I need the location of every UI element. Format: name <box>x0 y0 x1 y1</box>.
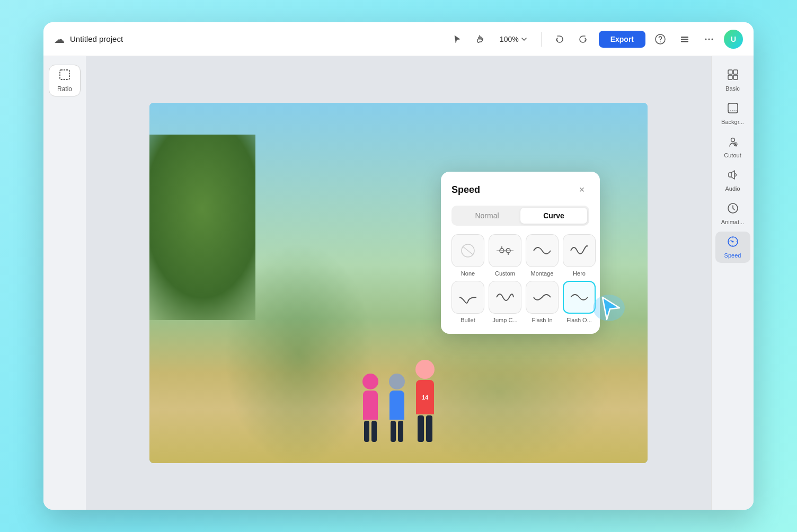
svg-point-5 <box>705 38 707 40</box>
bullet-label: Bullet <box>461 317 475 323</box>
speed-label: Speed <box>724 252 741 259</box>
sidebar-item-background[interactable]: Backgr... <box>715 98 750 129</box>
svg-rect-3 <box>681 39 688 40</box>
background-label: Backgr... <box>721 119 744 125</box>
speed-icon <box>727 236 739 250</box>
custom-icon-box <box>489 234 521 267</box>
svg-rect-20 <box>728 75 732 79</box>
help-button[interactable] <box>651 30 670 49</box>
cursor-arrow <box>588 287 625 326</box>
canvas-area: 14 Speed × Normal Curve <box>86 56 711 510</box>
runner-1 <box>362 374 378 442</box>
hero-label: Hero <box>573 270 586 277</box>
svg-rect-8 <box>60 70 69 79</box>
hero-icon-box <box>563 234 596 267</box>
speed-item-bullet[interactable]: Bullet <box>451 281 484 323</box>
custom-label: Custom <box>495 270 515 277</box>
speed-popup: Speed × Normal Curve <box>441 172 600 334</box>
close-button[interactable]: × <box>574 182 589 197</box>
audio-icon <box>727 169 739 183</box>
speed-item-hero[interactable]: Hero <box>563 234 596 277</box>
svg-rect-2 <box>681 37 688 38</box>
undo-button[interactable] <box>550 30 569 49</box>
speed-grid: None <box>451 234 589 323</box>
hand-tool-button[interactable] <box>471 30 490 49</box>
speed-item-flash-in[interactable]: Flash In <box>526 281 559 323</box>
svg-rect-21 <box>733 75 738 79</box>
zoom-button[interactable]: 100% <box>494 32 533 47</box>
animation-label: Animat... <box>721 219 744 225</box>
main-runner: 14 <box>415 360 435 442</box>
cloud-icon: ☁ <box>54 33 65 46</box>
app-window: ☁ Untitled project 100% <box>43 22 754 510</box>
popup-title: Speed <box>451 184 480 196</box>
none-label: None <box>461 270 475 277</box>
flash-in-icon-box <box>526 281 559 314</box>
svg-rect-18 <box>728 70 732 74</box>
bullet-icon-box <box>451 281 484 314</box>
header-center: 100% <box>448 30 592 49</box>
main-area: Ratio <box>43 56 754 510</box>
svg-point-6 <box>709 38 710 40</box>
tab-normal[interactable]: Normal <box>454 208 520 224</box>
redo-button[interactable] <box>573 30 592 49</box>
speed-item-montage[interactable]: Montage <box>526 234 559 277</box>
cutout-icon <box>727 136 739 150</box>
project-title: Untitled project <box>70 34 123 43</box>
flash-in-label: Flash In <box>532 317 552 323</box>
divider <box>541 32 542 47</box>
svg-point-1 <box>660 41 661 42</box>
cutout-label: Cutout <box>724 152 741 158</box>
svg-rect-19 <box>733 70 738 74</box>
sidebar-item-audio[interactable]: Audio <box>715 165 750 196</box>
right-sidebar: Basic Backgr... <box>711 56 754 510</box>
svg-point-28 <box>732 241 733 243</box>
svg-rect-22 <box>728 103 738 113</box>
none-icon-box <box>451 234 484 267</box>
speed-item-none[interactable]: None <box>451 234 484 277</box>
sidebar-item-animation[interactable]: Animat... <box>715 198 750 229</box>
popup-header: Speed × <box>451 182 589 197</box>
speed-item-custom[interactable]: Custom <box>489 234 521 277</box>
montage-label: Montage <box>531 270 554 277</box>
left-toolbar: Ratio <box>43 56 86 510</box>
canvas-image: 14 Speed × Normal Curve <box>149 103 648 463</box>
jump-cut-icon-box <box>489 281 521 314</box>
select-tool-button[interactable] <box>448 30 467 49</box>
sidebar-item-basic[interactable]: Basic <box>715 65 750 96</box>
runner-2 <box>389 374 405 442</box>
header-right: Export <box>599 30 743 49</box>
basic-label: Basic <box>725 85 740 92</box>
jump-cut-label: Jump C... <box>492 317 517 323</box>
animation-icon <box>727 202 739 217</box>
more-button[interactable] <box>699 30 719 49</box>
runners-area: 14 <box>149 360 648 442</box>
export-button[interactable]: Export <box>599 31 645 48</box>
speed-item-jump-cut[interactable]: Jump C... <box>489 281 521 323</box>
grid-icon <box>727 69 739 83</box>
background-icon <box>727 102 739 117</box>
audio-label: Audio <box>725 185 740 192</box>
avatar: U <box>724 30 743 49</box>
montage-icon-box <box>526 234 559 267</box>
tab-curve[interactable]: Curve <box>520 208 587 224</box>
sidebar-item-speed[interactable]: Speed <box>715 232 750 263</box>
svg-rect-4 <box>681 41 688 42</box>
tree-left <box>149 135 255 320</box>
ratio-button[interactable]: Ratio <box>49 65 81 96</box>
header-left: ☁ Untitled project <box>54 33 441 46</box>
speed-item-flash-out[interactable]: Flash O... <box>563 281 596 323</box>
svg-point-24 <box>731 138 734 142</box>
tab-switcher: Normal Curve <box>451 206 589 226</box>
header: ☁ Untitled project 100% <box>43 22 754 56</box>
svg-line-10 <box>463 246 473 255</box>
sidebar-item-cutout[interactable]: Cutout <box>715 131 750 163</box>
ratio-icon <box>59 69 70 83</box>
svg-point-7 <box>712 38 713 40</box>
layers-button[interactable] <box>675 30 694 49</box>
ratio-label: Ratio <box>57 85 72 93</box>
